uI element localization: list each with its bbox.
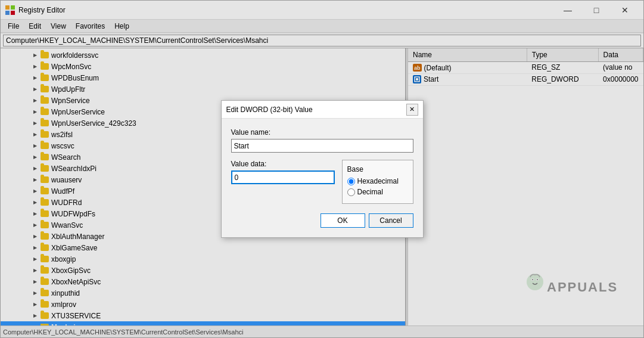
dec-radio-row: Decimal xyxy=(347,188,408,196)
edit-dword-dialog: Edit DWORD (32-bit) Value ✕ Value name: … xyxy=(221,100,424,238)
dialog-title-bar: Edit DWORD (32-bit) Value ✕ xyxy=(222,101,423,119)
value-data-row: Value data: Base Hexadecimal Decimal xyxy=(231,160,413,204)
modal-overlay: Edit DWORD (32-bit) Value ✕ Value name: … xyxy=(0,0,644,338)
hex-label: Hexadecimal xyxy=(357,177,399,185)
value-data-field: Value data: xyxy=(231,160,335,184)
base-label: Base xyxy=(347,165,408,173)
dec-label: Decimal xyxy=(357,188,383,196)
dialog-title: Edit DWORD (32-bit) Value xyxy=(226,106,313,114)
hex-radio-row: Hexadecimal xyxy=(347,177,408,185)
value-data-label: Value data: xyxy=(231,160,335,168)
dialog-close-button[interactable]: ✕ xyxy=(406,104,418,116)
cancel-button[interactable]: Cancel xyxy=(369,213,413,228)
dec-radio[interactable] xyxy=(347,188,355,196)
base-group: Base Hexadecimal Decimal xyxy=(342,160,413,204)
value-name-label: Value name: xyxy=(231,128,413,137)
hex-radio[interactable] xyxy=(347,178,355,185)
dialog-body: Value name: Value data: Base Hexadecimal xyxy=(222,119,423,237)
value-name-input[interactable] xyxy=(231,139,413,153)
value-data-input[interactable] xyxy=(231,170,335,184)
ok-button[interactable]: OK xyxy=(321,213,365,228)
registry-editor-window: Registry Editor — □ ✕ File Edit View Fav… xyxy=(0,0,644,338)
dialog-buttons: OK Cancel xyxy=(231,213,413,228)
value-name-field: Value name: xyxy=(231,128,413,153)
